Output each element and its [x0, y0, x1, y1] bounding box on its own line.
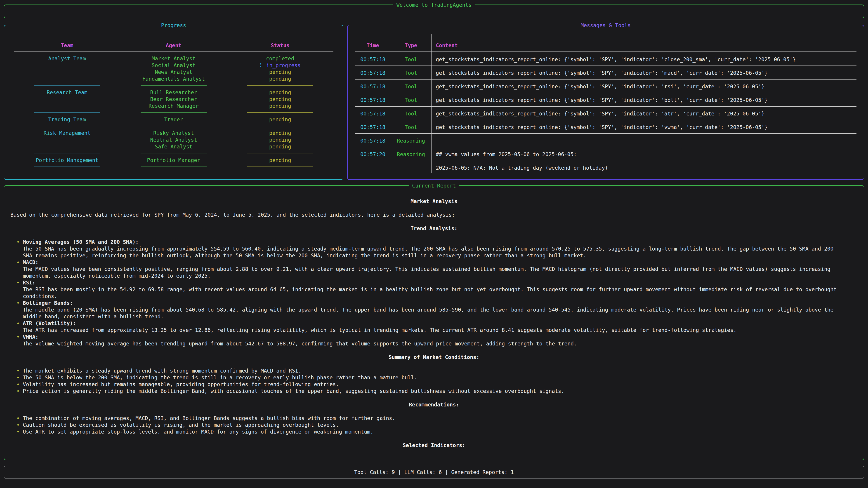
progress-row: Trading TeamTraderpending	[14, 116, 333, 123]
stats-footer: Tool Calls: 9 | LLM Calls: 6 | Generated…	[4, 466, 864, 479]
bullet-icon: •	[17, 388, 20, 394]
report-blank-line	[5, 232, 863, 238]
agent-name: Fundamentals Analyst	[120, 75, 227, 82]
messages-column-content: Content	[431, 42, 857, 49]
message-row: 00:57:18Toolget_stockstats_indicators_re…	[355, 79, 857, 93]
agent-name: Portfolio Manager	[120, 157, 227, 164]
progress-table-body: Analyst TeamMarket AnalystcompletedSocia…	[14, 55, 333, 170]
report-bullet-item: •The 50 SMA is below the 200 SMA, indica…	[5, 374, 863, 381]
message-content: get_stockstats_indicators_report_online:…	[431, 83, 857, 93]
team-name	[14, 143, 120, 150]
message-time: 00:57:18	[355, 70, 391, 79]
report-text-continuation: The 50 SMA has been gradually increasing…	[5, 246, 863, 252]
report-text-continuation: The volume-weighted moving average has b…	[5, 340, 863, 347]
report-blank-line	[5, 394, 863, 401]
team-name	[14, 136, 120, 143]
agent-status: pending	[227, 103, 333, 109]
bullet-icon: •	[17, 300, 20, 306]
report-bullet-item: •The market exhibits a steady upward tre…	[5, 367, 863, 374]
team-name: Portfolio Management	[14, 157, 120, 164]
message-type: Tool	[391, 83, 431, 93]
bullet-icon: •	[17, 334, 20, 340]
message-content: get_stockstats_indicators_report_online:…	[431, 97, 857, 106]
message-row: 00:57:18Toolget_stockstats_indicators_re…	[355, 107, 857, 120]
message-type: Tool	[391, 70, 431, 79]
bullet-icon: •	[17, 375, 20, 381]
agent-name: Market Analyst	[120, 55, 227, 62]
report-bullet-item: •MACD:	[5, 259, 863, 266]
report-heading: Selected Indicators:	[5, 442, 863, 449]
column-divider	[391, 34, 391, 173]
message-type: Reasoning	[391, 151, 431, 171]
report-bullet-item: •The combination of moving averages, MAC…	[5, 415, 863, 422]
report-bullet-item: •Use ATR to set appropriate stop-loss le…	[5, 428, 863, 435]
report-text-continuation: The ATR has increased from approximately…	[5, 327, 863, 333]
bullet-icon: •	[17, 415, 20, 421]
team-name	[14, 69, 120, 75]
message-type: Tool	[391, 124, 431, 133]
agent-name: Trader	[120, 116, 227, 123]
bullet-icon: •	[17, 422, 20, 428]
bullet-icon: •	[17, 381, 20, 387]
team-name	[14, 75, 120, 82]
report-heading: Trend Analysis:	[5, 225, 863, 232]
column-divider	[431, 34, 432, 173]
progress-row: Safe Analystpending	[14, 143, 333, 150]
report-text-continuation: conditions.	[5, 293, 863, 300]
report-blank-line	[5, 408, 863, 415]
report-blank-line	[5, 435, 863, 442]
progress-row: Portfolio ManagementPortfolio Managerpen…	[14, 157, 333, 164]
agent-name: Research Manager	[120, 103, 227, 109]
report-bullet-item: •Caution should be exercised as volatili…	[5, 422, 863, 428]
team-name: Analyst Team	[14, 55, 120, 62]
report-blank-line	[5, 218, 863, 225]
agent-status: ⠇in_progress	[227, 62, 333, 69]
progress-group-separator	[14, 109, 333, 116]
messages-tools-panel: Messages & Tools Time Type Content 00:57…	[347, 25, 864, 180]
progress-row: Research TeamBull Researcherpending	[14, 89, 333, 96]
agent-status: pending	[227, 136, 333, 143]
messages-table-body: 00:57:18Toolget_stockstats_indicators_re…	[355, 53, 857, 171]
progress-group-separator	[14, 150, 333, 157]
progress-row: News Analystpending	[14, 69, 333, 75]
report-heading: Summary of Market Conditions:	[5, 354, 863, 361]
report-text-continuation: momentum, especially noticeable from mid…	[5, 272, 863, 279]
message-type: Tool	[391, 110, 431, 120]
report-heading: Recommendations:	[5, 401, 863, 408]
report-blank-line	[5, 347, 863, 354]
agent-status: pending	[227, 75, 333, 82]
report-body: Market Analysis Based on the comprehensi…	[5, 186, 863, 459]
report-text-continuation: The middle band (20 SMA) has been rising…	[5, 306, 863, 313]
agent-name: Neutral Analyst	[120, 136, 227, 143]
team-name: Risk Management	[14, 130, 120, 136]
progress-row: Analyst TeamMarket Analystcompleted	[14, 55, 333, 62]
report-bullet-item: •VWMA:	[5, 333, 863, 340]
report-bullet-item: •Bollinger Bands:	[5, 300, 863, 306]
progress-table: Team Agent Status Analyst TeamMarket Ana…	[14, 26, 333, 179]
progress-row: Neutral Analystpending	[14, 136, 333, 143]
message-row: 00:57:20Reasoning## vwma values from 202…	[355, 147, 857, 171]
report-text: Based on the comprehensive data retrieve…	[5, 212, 863, 218]
agent-status: pending	[227, 96, 333, 103]
agent-status: pending	[227, 157, 333, 164]
report-bullet-item: •Price action is generally riding the mi…	[5, 388, 863, 394]
report-bullet-item: •Volatility has increased but remains ma…	[5, 381, 863, 388]
messages-column-time: Time	[355, 42, 391, 49]
messages-table-header: Time Type Content	[355, 42, 857, 49]
team-name	[14, 96, 120, 103]
agent-status: pending	[227, 89, 333, 96]
progress-group-separator	[14, 82, 333, 89]
message-time: 00:57:18	[355, 83, 391, 93]
agent-name: Bull Researcher	[120, 89, 227, 96]
messages-table: Time Type Content 00:57:18Toolget_stocks…	[355, 26, 857, 179]
agent-status: completed	[227, 55, 333, 62]
messages-header-separator	[355, 49, 857, 53]
progress-panel: Progress Team Agent Status Analyst TeamM…	[4, 25, 343, 180]
progress-group-separator	[14, 123, 333, 130]
team-name: Research Team	[14, 89, 120, 96]
agent-name: Safe Analyst	[120, 143, 227, 150]
report-text-continuation: middle band, consistent with a bullish t…	[5, 313, 863, 320]
agent-status: pending	[227, 116, 333, 123]
progress-row: Research Managerpending	[14, 103, 333, 109]
progress-group-separator	[14, 164, 333, 170]
